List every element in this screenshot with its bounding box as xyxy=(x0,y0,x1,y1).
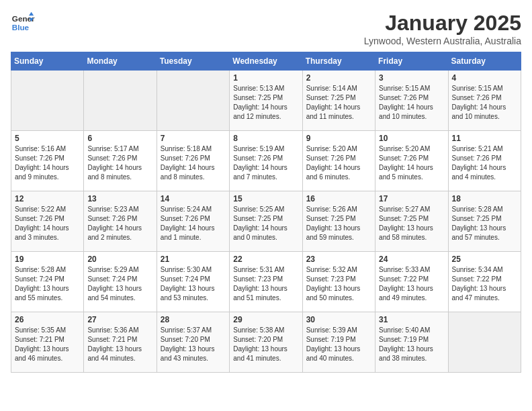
header-day-saturday: Saturday xyxy=(448,52,521,71)
day-number: 17 xyxy=(379,194,444,203)
day-number: 31 xyxy=(379,315,444,324)
calendar-cell: 15Sunrise: 5:25 AM Sunset: 7:25 PM Dayli… xyxy=(230,191,302,252)
calendar-cell: 31Sunrise: 5:40 AM Sunset: 7:19 PM Dayli… xyxy=(375,312,448,373)
calendar-cell: 10Sunrise: 5:20 AM Sunset: 7:26 PM Dayli… xyxy=(375,131,448,191)
calendar-cell: 11Sunrise: 5:21 AM Sunset: 7:26 PM Dayli… xyxy=(448,131,521,191)
day-info: Sunrise: 5:20 AM Sunset: 7:26 PM Dayligh… xyxy=(379,144,444,182)
day-number: 16 xyxy=(306,194,371,203)
week-row-1: 1Sunrise: 5:13 AM Sunset: 7:25 PM Daylig… xyxy=(11,71,521,131)
header-day-tuesday: Tuesday xyxy=(157,52,229,71)
day-number: 23 xyxy=(306,255,371,264)
day-number: 26 xyxy=(15,315,80,324)
calendar-cell: 5Sunrise: 5:16 AM Sunset: 7:26 PM Daylig… xyxy=(11,131,84,191)
calendar-cell: 26Sunrise: 5:35 AM Sunset: 7:21 PM Dayli… xyxy=(11,312,84,373)
day-number: 12 xyxy=(15,194,80,203)
header-day-wednesday: Wednesday xyxy=(230,52,302,71)
logo: General Blue xyxy=(11,11,35,35)
calendar-cell xyxy=(157,71,229,131)
day-info: Sunrise: 5:31 AM Sunset: 7:23 PM Dayligh… xyxy=(233,265,298,303)
calendar-cell: 30Sunrise: 5:39 AM Sunset: 7:19 PM Dayli… xyxy=(302,312,375,373)
header-day-friday: Friday xyxy=(375,52,448,71)
week-row-5: 26Sunrise: 5:35 AM Sunset: 7:21 PM Dayli… xyxy=(11,312,521,373)
calendar-cell: 3Sunrise: 5:15 AM Sunset: 7:26 PM Daylig… xyxy=(375,71,448,131)
day-info: Sunrise: 5:36 AM Sunset: 7:21 PM Dayligh… xyxy=(87,326,152,363)
calendar-cell: 27Sunrise: 5:36 AM Sunset: 7:21 PM Dayli… xyxy=(84,312,157,373)
day-info: Sunrise: 5:15 AM Sunset: 7:26 PM Dayligh… xyxy=(452,84,517,122)
calendar-cell: 21Sunrise: 5:30 AM Sunset: 7:24 PM Dayli… xyxy=(157,252,229,312)
day-number: 30 xyxy=(306,315,371,324)
day-info: Sunrise: 5:34 AM Sunset: 7:22 PM Dayligh… xyxy=(452,265,517,303)
day-number: 7 xyxy=(161,134,226,143)
calendar-cell: 12Sunrise: 5:22 AM Sunset: 7:26 PM Dayli… xyxy=(11,191,84,252)
week-row-3: 12Sunrise: 5:22 AM Sunset: 7:26 PM Dayli… xyxy=(11,191,521,252)
title-block: January 2025 Lynwood, Western Australia,… xyxy=(364,11,521,46)
day-info: Sunrise: 5:29 AM Sunset: 7:24 PM Dayligh… xyxy=(87,265,152,303)
calendar-cell: 25Sunrise: 5:34 AM Sunset: 7:22 PM Dayli… xyxy=(448,252,521,312)
day-number: 28 xyxy=(161,315,226,324)
day-info: Sunrise: 5:21 AM Sunset: 7:26 PM Dayligh… xyxy=(452,144,517,182)
calendar-cell: 22Sunrise: 5:31 AM Sunset: 7:23 PM Dayli… xyxy=(230,252,302,312)
header-row: SundayMondayTuesdayWednesdayThursdayFrid… xyxy=(11,52,521,71)
day-number: 19 xyxy=(15,255,80,264)
day-info: Sunrise: 5:13 AM Sunset: 7:25 PM Dayligh… xyxy=(233,84,298,122)
day-info: Sunrise: 5:39 AM Sunset: 7:19 PM Dayligh… xyxy=(306,326,371,363)
day-info: Sunrise: 5:28 AM Sunset: 7:24 PM Dayligh… xyxy=(15,265,80,303)
day-number: 15 xyxy=(233,194,298,203)
day-info: Sunrise: 5:35 AM Sunset: 7:21 PM Dayligh… xyxy=(15,326,80,363)
calendar-cell: 14Sunrise: 5:24 AM Sunset: 7:26 PM Dayli… xyxy=(157,191,229,252)
day-info: Sunrise: 5:18 AM Sunset: 7:26 PM Dayligh… xyxy=(161,144,226,182)
calendar-cell: 18Sunrise: 5:28 AM Sunset: 7:25 PM Dayli… xyxy=(448,191,521,252)
day-info: Sunrise: 5:16 AM Sunset: 7:26 PM Dayligh… xyxy=(15,144,80,182)
calendar-cell: 20Sunrise: 5:29 AM Sunset: 7:24 PM Dayli… xyxy=(84,252,157,312)
day-info: Sunrise: 5:19 AM Sunset: 7:26 PM Dayligh… xyxy=(233,144,298,182)
day-info: Sunrise: 5:40 AM Sunset: 7:19 PM Dayligh… xyxy=(379,326,444,363)
day-number: 29 xyxy=(233,315,298,324)
day-info: Sunrise: 5:14 AM Sunset: 7:25 PM Dayligh… xyxy=(306,84,371,122)
calendar-cell: 1Sunrise: 5:13 AM Sunset: 7:25 PM Daylig… xyxy=(230,71,302,131)
calendar-cell: 23Sunrise: 5:32 AM Sunset: 7:23 PM Dayli… xyxy=(302,252,375,312)
page-header: General Blue January 2025 Lynwood, Weste… xyxy=(11,11,521,46)
day-number: 10 xyxy=(379,134,444,143)
week-row-2: 5Sunrise: 5:16 AM Sunset: 7:26 PM Daylig… xyxy=(11,131,521,191)
day-number: 1 xyxy=(233,73,298,83)
calendar-cell: 13Sunrise: 5:23 AM Sunset: 7:26 PM Dayli… xyxy=(84,191,157,252)
calendar-cell: 16Sunrise: 5:26 AM Sunset: 7:25 PM Dayli… xyxy=(302,191,375,252)
day-number: 25 xyxy=(452,255,517,264)
day-number: 27 xyxy=(87,315,152,324)
calendar-cell xyxy=(11,71,84,131)
day-number: 8 xyxy=(233,134,298,143)
calendar-cell: 19Sunrise: 5:28 AM Sunset: 7:24 PM Dayli… xyxy=(11,252,84,312)
day-info: Sunrise: 5:22 AM Sunset: 7:26 PM Dayligh… xyxy=(15,205,80,242)
calendar-cell: 28Sunrise: 5:37 AM Sunset: 7:20 PM Dayli… xyxy=(157,312,229,373)
calendar-subtitle: Lynwood, Western Australia, Australia xyxy=(364,36,521,46)
calendar-cell: 8Sunrise: 5:19 AM Sunset: 7:26 PM Daylig… xyxy=(230,131,302,191)
calendar-cell xyxy=(84,71,157,131)
calendar-cell xyxy=(448,312,521,373)
day-info: Sunrise: 5:27 AM Sunset: 7:25 PM Dayligh… xyxy=(379,205,444,242)
calendar-cell: 29Sunrise: 5:38 AM Sunset: 7:20 PM Dayli… xyxy=(230,312,302,373)
day-number: 13 xyxy=(87,194,152,203)
day-info: Sunrise: 5:38 AM Sunset: 7:20 PM Dayligh… xyxy=(233,326,298,363)
day-number: 6 xyxy=(87,134,152,143)
calendar-cell: 7Sunrise: 5:18 AM Sunset: 7:26 PM Daylig… xyxy=(157,131,229,191)
day-info: Sunrise: 5:26 AM Sunset: 7:25 PM Dayligh… xyxy=(306,205,371,242)
calendar-cell: 9Sunrise: 5:20 AM Sunset: 7:26 PM Daylig… xyxy=(302,131,375,191)
day-info: Sunrise: 5:15 AM Sunset: 7:26 PM Dayligh… xyxy=(379,84,444,122)
day-info: Sunrise: 5:23 AM Sunset: 7:26 PM Dayligh… xyxy=(87,205,152,242)
header-day-sunday: Sunday xyxy=(11,52,84,71)
header-day-thursday: Thursday xyxy=(302,52,375,71)
day-info: Sunrise: 5:32 AM Sunset: 7:23 PM Dayligh… xyxy=(306,265,371,303)
day-number: 14 xyxy=(161,194,226,203)
calendar-cell: 4Sunrise: 5:15 AM Sunset: 7:26 PM Daylig… xyxy=(448,71,521,131)
day-number: 11 xyxy=(452,134,517,143)
calendar-title: January 2025 xyxy=(364,11,521,36)
svg-text:Blue: Blue xyxy=(12,23,30,32)
day-info: Sunrise: 5:24 AM Sunset: 7:26 PM Dayligh… xyxy=(161,205,226,242)
logo-icon: General Blue xyxy=(11,11,35,35)
calendar-table: SundayMondayTuesdayWednesdayThursdayFrid… xyxy=(11,52,521,373)
week-row-4: 19Sunrise: 5:28 AM Sunset: 7:24 PM Dayli… xyxy=(11,252,521,312)
calendar-cell: 17Sunrise: 5:27 AM Sunset: 7:25 PM Dayli… xyxy=(375,191,448,252)
calendar-cell: 2Sunrise: 5:14 AM Sunset: 7:25 PM Daylig… xyxy=(302,71,375,131)
day-info: Sunrise: 5:30 AM Sunset: 7:24 PM Dayligh… xyxy=(161,265,226,303)
day-info: Sunrise: 5:25 AM Sunset: 7:25 PM Dayligh… xyxy=(233,205,298,242)
